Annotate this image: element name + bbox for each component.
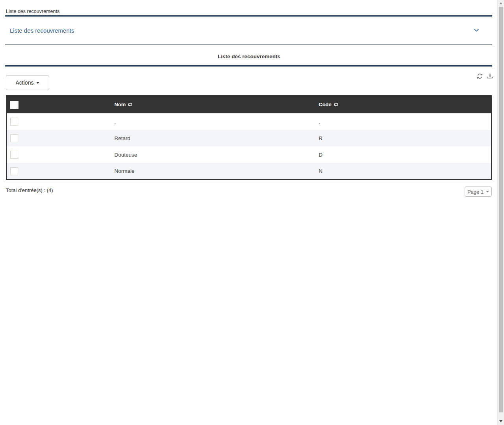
column-header-code-label: Code — [319, 102, 332, 107]
select-all-checkbox[interactable] — [10, 101, 19, 109]
chevron-down-icon[interactable] — [474, 29, 479, 32]
cell-code: . — [319, 113, 491, 130]
column-header-nom-label: Nom — [114, 102, 126, 107]
page: Liste des recouvrements Liste des recouv… — [0, 0, 504, 425]
table-row: Retard R — [6, 130, 491, 146]
breadcrumb: Liste des recouvrements — [6, 9, 59, 14]
vertical-scrollbar[interactable] — [497, 0, 504, 425]
scrollbar-thumb[interactable] — [499, 7, 503, 412]
column-header-code[interactable]: Code — [319, 96, 491, 113]
row-checkbox[interactable] — [10, 118, 18, 126]
cell-code: D — [319, 146, 491, 163]
table-row: . . — [6, 113, 491, 130]
cell-select — [6, 146, 114, 163]
sort-icon[interactable] — [334, 102, 339, 108]
cell-code: R — [319, 130, 491, 146]
page-title: Liste des recouvrements — [0, 54, 498, 59]
table-row: Douteuse D — [6, 146, 491, 163]
cell-select — [6, 130, 114, 146]
divider-navy-bottom — [5, 65, 492, 67]
row-checkbox[interactable] — [10, 134, 18, 142]
table-row: Normale N — [6, 163, 491, 179]
table-header-row: Nom Code — [6, 96, 491, 113]
actions-button-label: Actions — [16, 79, 34, 86]
cell-nom: Normale — [114, 163, 319, 179]
download-icon[interactable] — [487, 73, 493, 79]
cell-nom: Retard — [114, 130, 319, 146]
cell-select — [6, 113, 114, 130]
cell-select — [6, 163, 114, 179]
cell-code: N — [319, 163, 491, 179]
refresh-icon[interactable] — [477, 73, 483, 79]
actions-button[interactable]: Actions — [6, 75, 49, 90]
sort-icon[interactable] — [128, 102, 133, 108]
column-header-nom[interactable]: Nom — [114, 96, 319, 113]
page-selector-button[interactable]: Page 1 — [465, 187, 492, 197]
scroll-up-arrow-icon[interactable] — [499, 2, 502, 4]
panel-title: Liste des recouvrements — [10, 27, 74, 34]
select-column-header — [6, 96, 114, 113]
row-checkbox[interactable] — [10, 167, 18, 175]
scroll-down-arrow-icon[interactable] — [499, 420, 502, 422]
row-checkbox[interactable] — [10, 151, 18, 159]
divider-navy-top — [5, 15, 492, 17]
caret-down-icon — [486, 191, 489, 192]
caret-down-icon — [36, 82, 39, 84]
total-entries-label: Total d'entrée(s) : (4) — [6, 187, 53, 193]
collapsible-panel-header[interactable]: Liste des recouvrements — [6, 17, 492, 43]
page-selector-label: Page 1 — [467, 189, 484, 195]
recouvrements-table: Nom Code . . Retard R Douteuse D — [6, 95, 492, 180]
cell-nom: Douteuse — [114, 146, 319, 163]
divider-thin — [5, 44, 492, 44]
cell-nom: . — [114, 113, 319, 130]
